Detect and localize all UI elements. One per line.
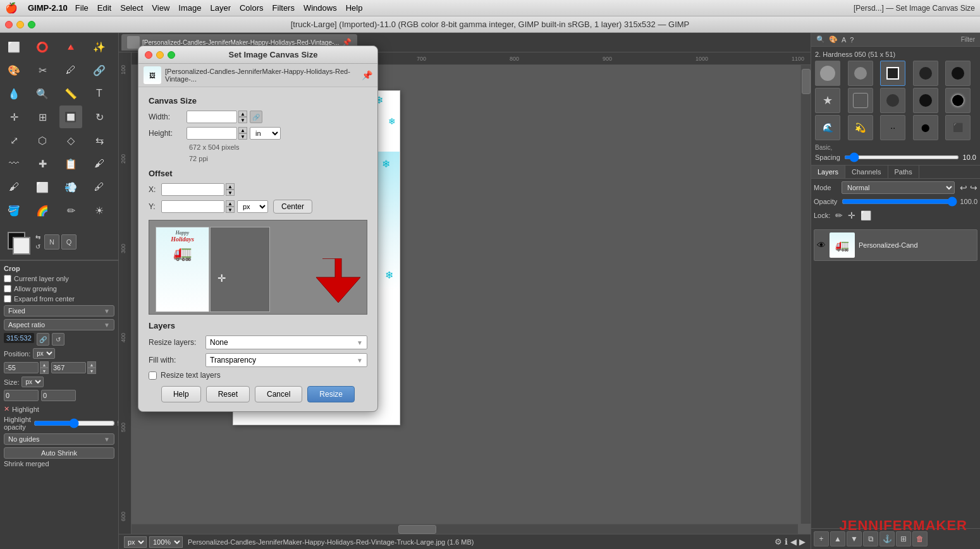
brush-item-9[interactable] bbox=[913, 88, 938, 113]
dimension-unit-select[interactable]: in px mm cm bbox=[250, 127, 281, 140]
menu-select[interactable]: Select bbox=[120, 3, 143, 13]
center-button[interactable]: Center bbox=[273, 200, 312, 214]
fill-with-dropdown[interactable]: Transparency ▼ bbox=[205, 353, 367, 367]
opacity-slider[interactable] bbox=[842, 196, 957, 207]
statusbar-nav-icon[interactable]: ◀ bbox=[790, 537, 797, 546]
vertical-scrollbar[interactable] bbox=[800, 65, 811, 524]
vscroll-thumb[interactable] bbox=[802, 69, 811, 94]
close-button[interactable] bbox=[5, 21, 13, 28]
tool-blend[interactable]: 🌈 bbox=[31, 199, 54, 222]
tool-paintbrush[interactable]: 🖌 bbox=[3, 176, 25, 198]
unit-select[interactable]: px bbox=[124, 536, 147, 548]
maximize-button[interactable] bbox=[28, 21, 35, 28]
size-y-input[interactable] bbox=[41, 390, 76, 401]
cancel-button[interactable]: Cancel bbox=[255, 386, 302, 402]
set-image-canvas-size-dialog[interactable]: Set Image Canvas Size 🖼 [Personalized-Ca… bbox=[138, 45, 378, 412]
tool-smudge[interactable]: 🖌 bbox=[88, 152, 111, 175]
x-spinner[interactable]: ▲ ▼ bbox=[226, 183, 235, 196]
tool-color-picker[interactable]: 💧 bbox=[3, 82, 25, 105]
width-down-btn[interactable]: ▼ bbox=[238, 117, 247, 123]
lock-position-icon[interactable]: ✛ bbox=[848, 210, 855, 220]
menu-help[interactable]: Help bbox=[346, 3, 363, 13]
mode-select[interactable]: Normal Multiply Screen bbox=[842, 181, 955, 194]
undo-icon[interactable]: ↩ bbox=[960, 183, 967, 193]
tool-select-by-color[interactable]: 🎨 bbox=[3, 59, 25, 81]
menu-file[interactable]: File bbox=[75, 3, 89, 13]
auto-shrink-btn[interactable]: Auto Shrink bbox=[4, 447, 114, 459]
menu-colors[interactable]: Colors bbox=[240, 3, 264, 13]
menu-layer[interactable]: Layer bbox=[210, 3, 231, 13]
lock-pixels-icon[interactable]: ✏ bbox=[835, 210, 843, 220]
help-button[interactable]: Help bbox=[161, 386, 201, 402]
resize-button[interactable]: Resize bbox=[307, 386, 355, 402]
dialog-close-btn[interactable] bbox=[145, 51, 152, 59]
menu-windows[interactable]: Windows bbox=[303, 3, 337, 13]
reset-colors-icon[interactable]: ↺ bbox=[35, 243, 40, 250]
tool-fuzzy-select[interactable]: ✨ bbox=[88, 35, 111, 58]
tool-shear[interactable]: ⬡ bbox=[31, 129, 54, 152]
tool-ink[interactable]: 🖋 bbox=[88, 176, 111, 198]
channels-tab[interactable]: Channels bbox=[845, 166, 888, 178]
tool-paths[interactable]: 🔗 bbox=[88, 59, 111, 81]
guides-dropdown[interactable]: No guides ▼ bbox=[4, 433, 114, 445]
height-down-btn[interactable]: ▼ bbox=[238, 133, 247, 140]
quick-mask-icon[interactable]: Q bbox=[61, 234, 77, 250]
background-color[interactable] bbox=[13, 237, 30, 255]
layer-item-1[interactable]: 👁 🚛 Personalized-Cand bbox=[814, 229, 977, 261]
brush-item-6[interactable]: ★ bbox=[815, 88, 840, 113]
y-offset-input[interactable]: 0 bbox=[161, 200, 224, 213]
layers-tab[interactable]: Layers bbox=[811, 166, 845, 178]
tool-bucket-fill[interactable]: 🪣 bbox=[3, 199, 25, 222]
spacing-slider[interactable] bbox=[844, 155, 959, 159]
width-input[interactable]: 9.333 bbox=[187, 111, 237, 123]
pos-x-down-btn[interactable]: ▼ bbox=[40, 368, 49, 374]
swap-colors-icon[interactable]: ⇆ bbox=[35, 234, 40, 241]
brush-item-12[interactable]: 💫 bbox=[848, 115, 873, 140]
y-down-btn[interactable]: ▼ bbox=[226, 207, 235, 213]
statusbar-info-icon[interactable]: ℹ bbox=[785, 537, 788, 546]
aspect-ratio-dropdown[interactable]: Aspect ratio ▼ bbox=[4, 319, 114, 330]
tool-airbrush[interactable]: 💨 bbox=[59, 176, 82, 198]
height-up-btn[interactable]: ▲ bbox=[238, 127, 247, 133]
highlight-x-icon[interactable]: ✕ bbox=[4, 405, 9, 413]
hscroll-thumb[interactable] bbox=[398, 525, 436, 534]
brush-item-1[interactable] bbox=[815, 61, 840, 86]
horizontal-scrollbar[interactable] bbox=[132, 524, 798, 534]
tool-heal[interactable]: ✚ bbox=[31, 152, 54, 175]
menu-filters[interactable]: Filters bbox=[273, 3, 295, 13]
dialog-zoom-btn[interactable] bbox=[168, 51, 175, 59]
tool-text[interactable]: T bbox=[88, 82, 111, 105]
lock-aspect-icon[interactable]: 🔗 bbox=[37, 333, 49, 346]
menu-edit[interactable]: Edit bbox=[97, 3, 111, 13]
tool-rect-select[interactable]: ⬜ bbox=[3, 35, 25, 58]
menu-view[interactable]: View bbox=[152, 3, 169, 13]
reset-button[interactable]: Reset bbox=[206, 386, 250, 402]
tool-move[interactable]: ✛ bbox=[3, 106, 25, 128]
position-unit-select[interactable]: px bbox=[33, 348, 55, 359]
tool-rotate[interactable]: ↻ bbox=[88, 106, 111, 128]
tool-scissors[interactable]: ✂ bbox=[31, 59, 54, 81]
pos-y-input[interactable] bbox=[51, 362, 86, 373]
zoom-select[interactable]: 100% 50% 200% bbox=[149, 536, 183, 548]
allow-growing-checkbox[interactable] bbox=[4, 285, 11, 293]
tool-dodge-burn[interactable]: ☀ bbox=[88, 199, 111, 222]
panel-icon-2[interactable]: 🎨 bbox=[829, 35, 838, 44]
menu-image[interactable]: Image bbox=[178, 3, 201, 13]
statusbar-gear-icon[interactable]: ⚙ bbox=[775, 537, 782, 546]
tool-zoom[interactable]: 🔍 bbox=[31, 82, 54, 105]
brush-item-15[interactable]: ⬛ bbox=[945, 115, 971, 140]
redo-icon[interactable]: ↪ bbox=[970, 183, 977, 193]
size-unit-select[interactable]: px bbox=[21, 377, 44, 387]
height-spinner[interactable]: ▲ ▼ bbox=[238, 127, 247, 140]
pos-y-down-btn[interactable]: ▼ bbox=[87, 368, 96, 374]
x-up-btn[interactable]: ▲ bbox=[226, 183, 235, 190]
y-up-btn[interactable]: ▲ bbox=[226, 200, 235, 207]
panel-icon-3[interactable]: A bbox=[842, 36, 846, 44]
minimize-button[interactable] bbox=[16, 21, 24, 28]
tool-clone[interactable]: 📋 bbox=[59, 152, 82, 175]
reset-size-icon[interactable]: ↺ bbox=[52, 333, 64, 346]
tool-scale[interactable]: ⤢ bbox=[3, 129, 25, 152]
tool-free-select[interactable]: 🔺 bbox=[59, 35, 82, 58]
width-link-icon[interactable]: 🔗 bbox=[250, 111, 262, 123]
tool-measure[interactable]: 📏 bbox=[59, 82, 82, 105]
